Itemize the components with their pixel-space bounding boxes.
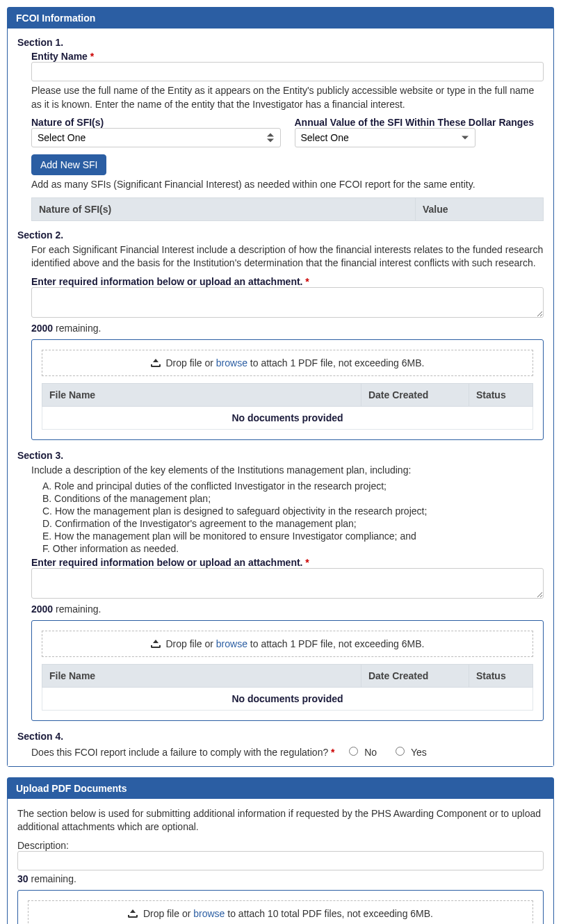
s2-th-status: Status [469,383,532,406]
s3-item-f: F. Other information as needed. [42,543,544,554]
add-new-sfi-button[interactable]: Add New SFI [31,154,106,175]
section-2-browse-link[interactable]: browse [216,357,247,368]
upload-icon [128,909,138,918]
section-3-dropzone-wrap: Drop file or browse to attach 1 PDF file… [31,620,544,721]
description-input[interactable] [17,851,544,870]
upload-dropzone[interactable]: Drop file or browse to attach 10 total P… [28,900,533,924]
section-2-heading: Section 2. [17,229,544,241]
section-2-file-table: File Name Date Created Status No documen… [42,383,533,430]
section-2-textarea[interactable] [31,287,544,318]
section-3-counter: 2000 remaining. [31,603,544,615]
sfi-th-nature: Nature of SFI(s) [32,197,416,220]
upload-icon [151,359,161,367]
sfi-th-value: Value [416,197,544,220]
upload-panel-help: The section below is used for submitting… [17,807,544,834]
upload-pdf-panel: Upload PDF Documents The section below i… [7,777,554,924]
section-2-counter: 2000 remaining. [31,323,544,334]
section-2-help: For each Significant Financial Interest … [31,243,544,270]
s3-item-e: E. How the management plan will be monit… [42,530,544,542]
section-1-heading: Section 1. [17,37,544,48]
upload-dropzone-wrap: Drop file or browse to attach 10 total P… [17,890,544,924]
section-3-input-label: Enter required information below or uplo… [31,557,302,568]
s3-th-date: Date Created [361,664,469,687]
annual-value-select[interactable]: Select One [295,128,475,147]
section-2-input-label: Enter required information below or uplo… [31,276,302,287]
section-3-browse-link[interactable]: browse [216,638,247,649]
section-2-dropzone-wrap: Drop file or browse to attach 1 PDF file… [31,339,544,440]
section-3-dropzone[interactable]: Drop file or browse to attach 1 PDF file… [42,631,533,657]
section-3-file-table: File Name Date Created Status No documen… [42,664,533,711]
section-3-help: Include a description of the key element… [31,464,544,478]
s2-th-date: Date Created [361,383,469,406]
section-3-textarea[interactable] [31,568,544,599]
upload-panel-header: Upload PDF Documents [8,778,553,799]
s2-empty: No documents provided [42,406,533,429]
fcoi-panel-body: Section 1. Entity Name * Please use the … [8,29,553,766]
s3-empty: No documents provided [42,687,533,710]
section-4-question: Does this FCOI report include a failure … [31,747,328,758]
sfi-table: Nature of SFI(s) Value [31,197,544,221]
upload-browse-link[interactable]: browse [193,908,225,919]
required-asterisk: * [88,51,94,62]
s3-item-d: D. Confirmation of the Investigator's ag… [42,518,544,529]
section-4-radio-no[interactable] [349,747,358,756]
section-4-radio-yes[interactable] [396,747,405,756]
nature-sfi-label: Nature of SFI(s) [31,117,281,128]
fcoi-panel-header: FCOI Information [8,8,553,29]
s3-item-a: A. Role and principal duties of the conf… [42,480,544,492]
nature-sfi-select[interactable]: Select One [31,128,281,147]
s3-th-status: Status [469,664,532,687]
entity-name-help: Please use the full name of the Entity a… [31,84,544,111]
description-counter: 30 remaining. [17,873,544,884]
section-4-label-yes: Yes [411,747,427,758]
s3-item-c: C. How the management plan is designed t… [42,505,544,517]
annual-value-label: Annual Value of the SFI Within These Dol… [295,117,544,128]
entity-name-label: Entity Name [31,51,88,62]
s3-th-file: File Name [42,664,361,687]
s2-th-file: File Name [42,383,361,406]
section-4-label-no: No [364,747,377,758]
add-sfi-help: Add as many SFIs (Significant Financial … [31,178,544,192]
section-4-heading: Section 4. [17,731,544,742]
s3-item-b: B. Conditions of the management plan; [42,493,544,504]
fcoi-information-panel: FCOI Information Section 1. Entity Name … [7,7,554,767]
entity-name-input[interactable] [31,62,544,81]
section-2-dropzone[interactable]: Drop file or browse to attach 1 PDF file… [42,350,533,376]
description-label: Description: [17,840,544,851]
upload-icon [151,640,161,648]
section-3-heading: Section 3. [17,450,544,461]
